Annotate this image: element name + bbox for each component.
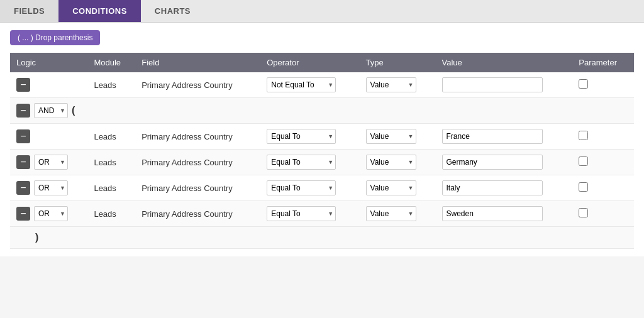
operator-cell: Equal To Not Equal To Contains xyxy=(260,201,359,227)
logic-select[interactable]: OR AND xyxy=(34,206,68,221)
tab-charts[interactable]: CHARTS xyxy=(141,0,204,22)
logic-select-wrapper: AND OR xyxy=(34,103,68,118)
col-header-type: Type xyxy=(360,53,436,72)
value-input[interactable] xyxy=(442,77,543,92)
remove-row-button[interactable]: − xyxy=(16,129,30,143)
value-input[interactable] xyxy=(442,180,543,195)
value-cell xyxy=(436,72,573,98)
operator-select-wrapper: Equal To Not Equal To Contains xyxy=(267,180,336,195)
field-label: Primary Address Country xyxy=(142,158,233,167)
field-cell: Primary Address Country xyxy=(135,150,260,175)
col-header-parameter: Parameter xyxy=(572,53,634,72)
table-row: − OR AND Leads Primary Address Country xyxy=(10,150,634,175)
type-select[interactable]: Value Field Any xyxy=(366,129,416,144)
type-select[interactable]: Value Field Any xyxy=(366,180,416,195)
value-input[interactable] xyxy=(442,206,543,221)
operator-cell: Equal To Not Equal To Contains xyxy=(260,150,359,175)
field-cell: Primary Address Country xyxy=(135,201,260,227)
operator-select[interactable]: Not Equal To Equal To Contains xyxy=(267,77,336,92)
type-select-wrapper: Value Field Any xyxy=(366,180,416,195)
conditions-table: Logic Module Field Operator Type Value P… xyxy=(10,53,634,249)
module-label: Leads xyxy=(94,184,116,193)
operator-select-wrapper: Not Equal To Equal To Contains xyxy=(267,77,336,92)
remove-paren-button[interactable]: − xyxy=(16,104,30,118)
table-row: − OR AND Leads Primary Address Country xyxy=(10,201,634,227)
module-label: Leads xyxy=(94,209,116,219)
field-cell: Primary Address Country xyxy=(135,124,260,150)
open-paren: ( xyxy=(72,105,75,116)
row-controls: − OR AND xyxy=(16,206,81,221)
operator-cell: Equal To Not Equal To Contains xyxy=(260,124,359,150)
col-header-logic: Logic xyxy=(10,53,87,72)
field-label: Primary Address Country xyxy=(142,80,233,90)
type-select-wrapper: Value Field Any xyxy=(366,77,416,92)
operator-cell: Not Equal To Equal To Contains xyxy=(260,72,359,98)
logic-select[interactable]: OR AND xyxy=(34,155,68,170)
value-cell xyxy=(436,150,573,175)
operator-select[interactable]: Equal To Not Equal To Contains xyxy=(267,155,336,170)
parameter-checkbox[interactable] xyxy=(579,156,588,166)
module-cell: Leads xyxy=(87,201,135,227)
parameter-checkbox[interactable] xyxy=(579,131,588,140)
operator-select-wrapper: Equal To Not Equal To Contains xyxy=(267,155,336,170)
logic-select[interactable]: OR AND xyxy=(34,180,68,195)
operator-select[interactable]: Equal To Not Equal To Contains xyxy=(267,180,336,195)
type-cell: Value Field Any xyxy=(360,201,436,227)
type-cell: Value Field Any xyxy=(360,72,436,98)
value-input[interactable] xyxy=(442,129,543,144)
drop-parenthesis-button[interactable]: ( ... ) Drop parenthesis xyxy=(10,30,100,45)
value-input[interactable] xyxy=(442,155,543,170)
parameter-checkbox[interactable] xyxy=(579,182,588,192)
module-cell: Leads xyxy=(87,175,135,201)
table-row-close-paren: ) xyxy=(10,227,634,249)
parameter-cell xyxy=(572,150,634,175)
tab-bar: FIELDS CONDITIONS CHARTS xyxy=(0,0,644,23)
table-row: − OR AND Leads Primary Address Country xyxy=(10,175,634,201)
parameter-cell xyxy=(572,175,634,201)
col-header-operator: Operator xyxy=(260,53,359,72)
close-paren: ) xyxy=(35,232,38,243)
type-select-wrapper: Value Field Any xyxy=(366,129,416,144)
field-label: Primary Address Country xyxy=(142,184,233,193)
operator-cell: Equal To Not Equal To Contains xyxy=(260,175,359,201)
operator-select[interactable]: Equal To Not Equal To Contains xyxy=(267,206,336,221)
field-cell: Primary Address Country xyxy=(135,175,260,201)
type-select-wrapper: Value Field Any xyxy=(366,206,416,221)
type-select[interactable]: Value Field Any xyxy=(366,155,416,170)
logic-select[interactable]: AND OR xyxy=(34,103,68,118)
operator-select[interactable]: Equal To Not Equal To Contains xyxy=(267,129,336,144)
row-controls: − xyxy=(16,78,81,92)
type-cell: Value Field Any xyxy=(360,124,436,150)
type-select[interactable]: Value Field Any xyxy=(366,77,416,92)
parameter-checkbox[interactable] xyxy=(579,79,588,89)
module-label: Leads xyxy=(94,80,116,90)
type-select[interactable]: Value Field Any xyxy=(366,206,416,221)
field-label: Primary Address Country xyxy=(142,132,233,141)
parameter-cell xyxy=(572,201,634,227)
parameter-checkbox[interactable] xyxy=(579,208,588,217)
row-controls: − OR AND xyxy=(16,180,81,195)
row-controls: − OR AND xyxy=(16,155,81,170)
row-controls: − xyxy=(16,129,81,143)
parameter-cell xyxy=(572,124,634,150)
module-label: Leads xyxy=(94,132,116,141)
tab-conditions[interactable]: CONDITIONS xyxy=(58,0,141,22)
value-cell xyxy=(436,201,573,227)
logic-select-wrapper: OR AND xyxy=(34,180,68,195)
content-area: ( ... ) Drop parenthesis Logic Module Fi… xyxy=(0,23,644,256)
tab-fields[interactable]: FIELDS xyxy=(0,0,58,22)
remove-row-button[interactable]: − xyxy=(16,78,30,92)
logic-select-wrapper: OR AND xyxy=(34,206,68,221)
type-cell: Value Field Any xyxy=(360,175,436,201)
col-header-module: Module xyxy=(87,53,135,72)
operator-select-wrapper: Equal To Not Equal To Contains xyxy=(267,206,336,221)
type-select-wrapper: Value Field Any xyxy=(366,155,416,170)
value-cell xyxy=(436,124,573,150)
module-cell: Leads xyxy=(87,124,135,150)
remove-row-button[interactable]: − xyxy=(16,181,30,195)
remove-row-button[interactable]: − xyxy=(16,155,30,169)
col-header-value: Value xyxy=(436,53,573,72)
col-header-field: Field xyxy=(135,53,260,72)
remove-row-button[interactable]: − xyxy=(16,207,30,221)
type-cell: Value Field Any xyxy=(360,150,436,175)
